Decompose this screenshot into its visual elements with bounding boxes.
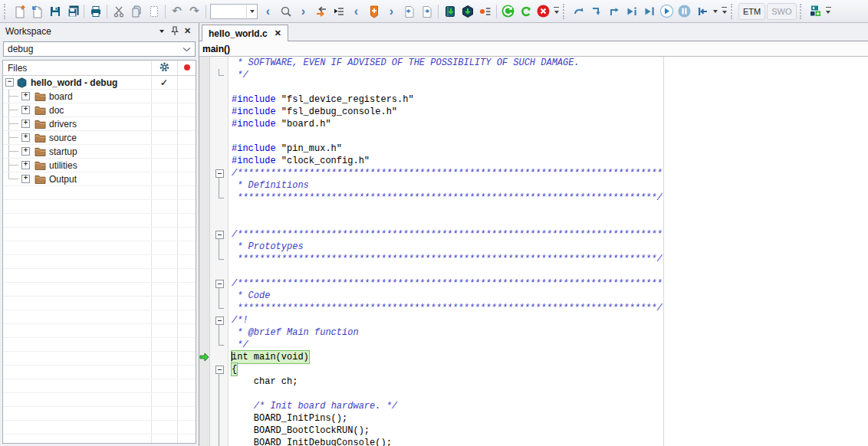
fold-margin[interactable]	[210, 388, 229, 400]
breakpoint-margin[interactable]	[199, 228, 210, 241]
code-line[interactable]: BOARD_InitPins();	[199, 412, 868, 425]
fold-collapse-icon[interactable]	[215, 231, 224, 239]
tab-close-icon[interactable]: ✕	[275, 28, 281, 38]
step-out-button[interactable]	[605, 3, 623, 20]
panel-pin-button[interactable]	[168, 25, 181, 38]
fold-margin[interactable]	[210, 326, 229, 339]
print-button[interactable]	[87, 3, 104, 20]
code-line[interactable]	[199, 130, 868, 143]
tree-item-utilities[interactable]: +utilities	[3, 159, 196, 172]
expand-icon[interactable]: +	[21, 175, 30, 183]
code-line[interactable]: */	[199, 69, 868, 81]
code-line[interactable]	[199, 204, 868, 216]
run-to-cursor-button[interactable]	[640, 3, 658, 20]
find-button[interactable]	[277, 3, 294, 20]
code-line[interactable]: /***************************************…	[199, 277, 868, 290]
expand-icon[interactable]: +	[21, 120, 30, 128]
debug-without-downloading-button[interactable]	[459, 3, 476, 20]
panel-close-button[interactable]: ✕	[181, 25, 194, 38]
reset-button[interactable]	[570, 3, 587, 20]
compile-button[interactable]	[517, 3, 534, 20]
navigate-swap-button[interactable]	[312, 3, 330, 20]
break-button[interactable]	[676, 3, 693, 20]
breakpoint-margin[interactable]	[199, 143, 210, 155]
fold-margin[interactable]	[210, 167, 229, 179]
fold-margin[interactable]	[210, 57, 229, 69]
breakpoint-margin[interactable]	[199, 265, 210, 277]
tree-item-project[interactable]: −hello_world - debug✓	[3, 76, 196, 90]
code-line[interactable]	[199, 81, 868, 93]
breakpoint-column-header[interactable]	[177, 64, 196, 71]
fold-margin[interactable]	[210, 437, 229, 446]
fold-margin[interactable]	[210, 425, 229, 437]
fold-margin[interactable]	[210, 216, 229, 228]
fold-margin[interactable]	[210, 118, 229, 130]
fold-margin[interactable]	[210, 265, 229, 277]
fold-margin[interactable]	[210, 363, 229, 375]
fold-margin[interactable]	[210, 375, 229, 388]
fold-collapse-icon[interactable]	[215, 169, 224, 178]
code-line[interactable]: /***************************************…	[199, 167, 868, 179]
toolbar-grip[interactable]	[4, 4, 8, 19]
fold-margin[interactable]	[210, 290, 229, 302]
breakpoint-margin[interactable]	[199, 363, 210, 375]
debug-options-dropdown[interactable]	[711, 3, 720, 20]
fold-margin[interactable]	[210, 69, 229, 81]
build-config-selector[interactable]: debug	[3, 41, 196, 57]
toolbar-grip[interactable]	[731, 4, 735, 19]
fold-margin[interactable]	[210, 314, 229, 326]
fold-margin[interactable]	[210, 179, 229, 192]
paste-button[interactable]	[145, 3, 163, 20]
code-line[interactable]: ****************************************…	[199, 192, 868, 204]
breakpoint-margin[interactable]	[199, 69, 210, 81]
breakpoint-margin[interactable]	[199, 388, 210, 400]
download-and-debug-button[interactable]	[441, 3, 459, 20]
breakpoint-margin[interactable]	[199, 290, 210, 302]
fold-margin[interactable]	[210, 253, 229, 265]
code-line[interactable]: ****************************************…	[199, 253, 868, 265]
breakpoint-margin[interactable]	[199, 277, 210, 290]
swo-button[interactable]: SWO	[767, 3, 796, 20]
search-combo[interactable]	[210, 4, 258, 19]
fold-margin[interactable]	[210, 412, 229, 425]
fold-margin[interactable]	[210, 155, 229, 167]
copy-button[interactable]	[127, 3, 145, 20]
fold-margin[interactable]	[210, 241, 229, 253]
code-line[interactable]: * Code	[199, 290, 868, 302]
save-button[interactable]	[46, 3, 64, 20]
breakpoint-margin[interactable]	[199, 400, 210, 412]
code-line[interactable]: #include "board.h"	[199, 118, 868, 130]
code-line[interactable]: #include "fsl_debug_console.h"	[199, 106, 868, 118]
next-bookmark-button[interactable]: ›	[383, 3, 400, 20]
breakpoint-margin[interactable]	[199, 437, 210, 446]
go-button[interactable]	[658, 3, 676, 20]
breakpoint-margin[interactable]	[199, 106, 210, 118]
toolbar-overflow-button[interactable]	[722, 7, 727, 16]
tree-item-drivers[interactable]: +drivers	[3, 117, 196, 131]
redo-button[interactable]: ↷	[186, 3, 203, 20]
code-line[interactable]	[199, 216, 868, 228]
expand-icon[interactable]: +	[21, 106, 30, 114]
previous-document-button[interactable]	[400, 3, 418, 20]
find-next-button[interactable]: ›	[294, 3, 312, 20]
code-line[interactable]: #include "fsl_device_registers.h"	[199, 93, 868, 106]
breakpoint-margin[interactable]	[199, 314, 210, 326]
toolbar-grip[interactable]	[563, 4, 567, 19]
code-line[interactable]: * SOFTWARE, EVEN IF ADVISED OF THE POSSI…	[199, 57, 868, 69]
breakpoint-margin[interactable]	[199, 425, 210, 437]
search-combo-dropdown[interactable]	[246, 5, 257, 18]
breakpoint-margin[interactable]	[199, 326, 210, 339]
breakpoint-margin[interactable]	[199, 339, 210, 351]
code-line[interactable]: BOARD_BootClockRUN();	[199, 425, 868, 437]
expand-icon[interactable]: +	[21, 133, 30, 142]
stop-build-button[interactable]	[534, 3, 552, 20]
workspace-title-bar[interactable]: Workspace ✕	[0, 23, 199, 39]
collapse-icon[interactable]: −	[5, 78, 14, 87]
breakpoint-margin[interactable]	[199, 204, 210, 216]
step-over-button[interactable]	[587, 3, 605, 20]
fold-margin[interactable]	[210, 302, 229, 314]
fold-margin[interactable]	[210, 400, 229, 412]
code-line[interactable]: char ch;	[199, 375, 868, 388]
fold-margin[interactable]	[210, 93, 229, 106]
fold-collapse-icon[interactable]	[215, 316, 224, 325]
